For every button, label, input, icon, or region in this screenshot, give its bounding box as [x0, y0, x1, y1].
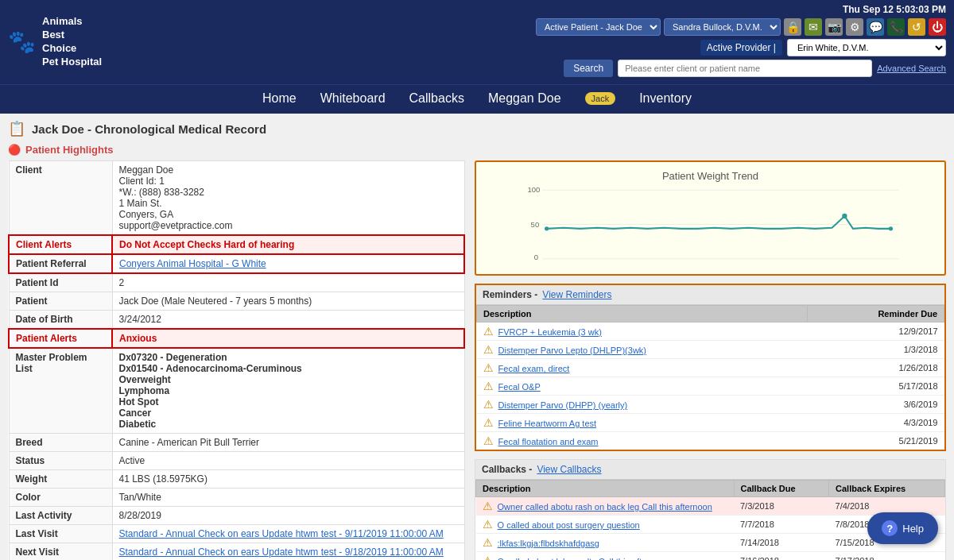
nav-home[interactable]: Home	[262, 91, 297, 106]
patient-name-row: Patient Jack Doe (Male Neutered - 7 year…	[9, 292, 464, 311]
patient-alerts-row: Patient Alerts Anxious	[9, 329, 464, 348]
list-item: ⚠ Distemper Parvo (DHPP) (yearly) 3/6/20…	[477, 396, 944, 414]
callback-link[interactable]: O called about post surgery question	[498, 520, 640, 530]
record-title: Jack Doe - Chronological Medical Record	[32, 122, 266, 136]
reminder-link[interactable]: Feline Heartworm Ag test	[498, 419, 597, 428]
callback-due: 7/7/2018	[734, 516, 829, 534]
reminder-link[interactable]: Fecal O&P	[498, 382, 541, 392]
right-panel: Patient Weight Trend 100 50 0	[475, 160, 946, 560]
lock-icon[interactable]: 🔒	[784, 18, 801, 36]
search-button[interactable]: Search	[564, 60, 613, 77]
list-item: ⚠ Fecal exam, direct 1/26/2018	[477, 359, 944, 377]
active-patient-select[interactable]: Active Patient - Jack Doe	[536, 18, 661, 36]
list-item: ⚠ Feline Heartworm Ag test 4/3/2019	[477, 414, 944, 432]
master-problem-label: Master Problem List	[9, 348, 112, 434]
reminder-link[interactable]: Fecal exam, direct	[498, 364, 570, 373]
referral-link[interactable]: Conyers Animal Hospital - G White	[119, 258, 266, 269]
left-panel: Client Meggan Doe Client Id: 1 *W.: (888…	[8, 160, 465, 560]
gear-icon[interactable]: ⚙	[846, 18, 863, 36]
chart-svg: 100 50 0 3/1/2017	[484, 186, 937, 261]
nav-callbacks[interactable]: Callbacks	[409, 91, 464, 106]
patient-referral-row: Patient Referral Conyers Animal Hospital…	[9, 254, 464, 273]
client-label: Client	[9, 161, 112, 236]
view-callbacks-link[interactable]: View Callbacks	[537, 464, 601, 475]
provider-select[interactable]: Erin White, D.V.M.	[787, 39, 946, 56]
last-visit-link[interactable]: Standard - Annual Check on ears Update h…	[119, 528, 444, 539]
callbacks-col-description: Description	[476, 481, 735, 497]
reminder-link[interactable]: Distemper Parvo Lepto (DHLPP)(3wk)	[498, 346, 646, 355]
callback-description: ⚠ O called about post surgery question	[476, 516, 735, 534]
last-activity-row: Last Activity 8/28/2019	[9, 507, 464, 525]
client-email: support@evetpractice.com	[119, 220, 458, 231]
header-top: 🐾 Animals Best Choice Pet Hospital Thu S…	[0, 0, 954, 84]
provider-row: Active Provider | Erin White, D.V.M.	[700, 39, 946, 56]
callback-link[interactable]: O called about lab results Call this aft…	[498, 557, 669, 560]
client-id: Client Id: 1	[119, 176, 458, 187]
last-activity-value: 8/28/2019	[112, 507, 464, 525]
nav-jack-badge[interactable]: Jack	[585, 92, 616, 105]
nav-meggan-doe[interactable]: Meggan Doe	[488, 91, 561, 106]
callback-description: ⚠ :lkfas:lkgja:flbdskhafdgasg	[476, 534, 735, 552]
color-value: Tan/White	[112, 489, 464, 507]
reminders-col-due: Reminder Due	[808, 306, 944, 322]
svg-text:50: 50	[531, 220, 540, 229]
list-item: ⚠ FVRCP + Leukemia (3 wk) 12/9/2017	[477, 322, 944, 341]
reminder-due: 4/3/2019	[808, 414, 944, 432]
chart-title: Patient Weight Trend	[484, 170, 937, 182]
reminders-header-row: Description Reminder Due	[477, 306, 944, 322]
header: 🐾 Animals Best Choice Pet Hospital Thu S…	[0, 0, 954, 114]
status-value: Active	[112, 452, 464, 470]
dob-label: Date of Birth	[9, 311, 112, 330]
record-header: 📋 Jack Doe - Chronological Medical Recor…	[8, 120, 946, 137]
reminder-link[interactable]: Distemper Parvo (DHPP) (yearly)	[498, 400, 628, 410]
patient-info-table: Client Meggan Doe Client Id: 1 *W.: (888…	[8, 160, 465, 560]
highlights-icon: 🔴	[8, 144, 21, 156]
record-icon: 📋	[8, 120, 25, 137]
power-icon[interactable]: ⏻	[929, 18, 946, 36]
phone-icon[interactable]: 📞	[887, 18, 905, 36]
envelope-icon[interactable]: ✉	[805, 18, 822, 36]
help-button[interactable]: ? Help	[867, 512, 938, 544]
list-item: ⚠ Owner called abotu rash on back leg Ca…	[476, 497, 945, 516]
next-visit-value: Standard - Annual Check on ears Update h…	[112, 543, 464, 561]
list-item: ⚠ Fecal floatation and exam 5/21/2019	[477, 432, 944, 450]
refresh-icon[interactable]: ↺	[908, 18, 925, 36]
search-row: Search Advanced Search	[564, 56, 946, 80]
camera-icon[interactable]: 📷	[825, 18, 843, 36]
next-visit-row: Next Visit Standard - Annual Check on ea…	[9, 543, 464, 561]
callback-link[interactable]: :lkfas:lkgja:flbdskhafdgasg	[498, 539, 599, 548]
active-provider-label: Active Provider |	[700, 40, 782, 56]
reminder-link[interactable]: Fecal floatation and exam	[498, 437, 599, 446]
reminders-title: Reminders -	[483, 289, 537, 300]
callback-due: 7/3/2018	[734, 497, 829, 516]
chat-icon[interactable]: 💬	[867, 18, 884, 36]
list-item: ⚠ Fecal O&P 5/17/2018	[477, 377, 944, 396]
doctor-select[interactable]: Sandra Bullock, D.V.M.	[664, 18, 781, 36]
warning-icon: ⚠	[483, 343, 494, 356]
help-label: Help	[902, 523, 924, 535]
patient-highlights-title: 🔴 Patient Highlights	[8, 144, 946, 156]
warning-icon: ⚠	[483, 416, 494, 429]
client-name: Meggan Doe	[119, 164, 458, 176]
nav-inventory[interactable]: Inventory	[639, 91, 692, 106]
callback-description: ⚠ O called about lab results Call this a…	[476, 552, 735, 561]
logo-line3: Choice	[42, 42, 102, 56]
reminder-link[interactable]: FVRCP + Leukemia (3 wk)	[498, 327, 602, 337]
reminder-description: ⚠ FVRCP + Leukemia (3 wk)	[477, 322, 808, 341]
weight-row: Weight 41 LBS (18.5975KG)	[9, 470, 464, 489]
advanced-search-link[interactable]: Advanced Search	[877, 64, 946, 73]
client-alerts-row: Client Alerts Do Not Accept Checks Hard …	[9, 235, 464, 254]
callback-description: ⚠ Owner called abotu rash on back leg Ca…	[476, 497, 735, 516]
callback-due: 7/16/2018	[734, 552, 829, 561]
view-reminders-link[interactable]: View Reminders	[542, 289, 611, 300]
reminder-due: 3/6/2019	[808, 396, 944, 414]
nav-whiteboard[interactable]: Whiteboard	[320, 91, 386, 106]
dob-value: 3/24/2012	[112, 311, 464, 330]
callback-link[interactable]: Owner called abotu rash on back leg Call…	[498, 502, 712, 512]
search-input[interactable]	[618, 60, 872, 77]
next-visit-link[interactable]: Standard - Annual Check on ears Update h…	[119, 546, 444, 558]
warning-icon: ⚠	[483, 536, 493, 549]
logo-line1: Animals	[42, 15, 102, 29]
callbacks-title: Callbacks -	[482, 464, 532, 475]
patient-alerts-value: Anxious	[112, 329, 464, 348]
